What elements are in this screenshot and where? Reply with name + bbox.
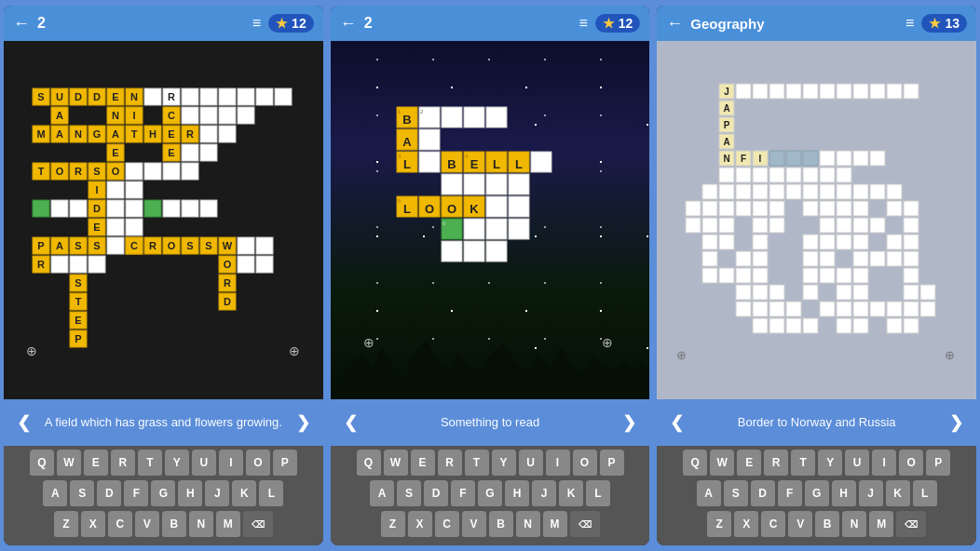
svg-rect-250: [820, 201, 835, 216]
key-P-3[interactable]: P: [926, 450, 950, 477]
key-Y-3[interactable]: Y: [818, 450, 842, 477]
key-L-1[interactable]: L: [259, 480, 283, 508]
key-C-2[interactable]: C: [435, 511, 459, 539]
back-button-2[interactable]: ←: [340, 14, 357, 34]
key-Z-2[interactable]: Z: [381, 511, 405, 539]
key-H-1[interactable]: H: [178, 480, 202, 508]
crossword-grid-1[interactable]: S U D D E N: [19, 74, 307, 367]
key-V-2[interactable]: V: [462, 511, 486, 539]
key-F-2[interactable]: F: [451, 480, 475, 508]
menu-icon-3[interactable]: ≡: [905, 15, 914, 32]
key-S-2[interactable]: S: [397, 480, 421, 508]
key-C-3[interactable]: C: [761, 511, 785, 539]
key-R-3[interactable]: R: [764, 450, 788, 477]
clue-next-1[interactable]: ❯: [291, 409, 316, 437]
key-B-3[interactable]: B: [815, 511, 839, 539]
key-W-1[interactable]: W: [57, 450, 81, 477]
key-Y-1[interactable]: Y: [165, 450, 189, 477]
key-N-3[interactable]: N: [842, 511, 866, 539]
key-T-3[interactable]: T: [791, 450, 815, 477]
crossword-grid-2[interactable]: 1 B 2 A 3 L B: [360, 88, 620, 353]
key-J-2[interactable]: J: [532, 480, 556, 508]
key-F-3[interactable]: F: [778, 480, 802, 508]
key-T-1[interactable]: T: [138, 450, 162, 477]
key-E-3[interactable]: E: [737, 450, 761, 477]
key-U-3[interactable]: U: [845, 450, 869, 477]
key-C-1[interactable]: C: [108, 511, 132, 539]
key-P-1[interactable]: P: [273, 450, 297, 477]
key-M-1[interactable]: M: [216, 511, 240, 539]
menu-icon-2[interactable]: ≡: [578, 15, 587, 32]
key-A-3[interactable]: A: [697, 480, 721, 508]
key-D-2[interactable]: D: [424, 480, 448, 508]
clue-prev-3[interactable]: ❮: [664, 409, 689, 437]
grid-area-3: J A P: [657, 41, 976, 399]
key-O-2[interactable]: O: [573, 450, 597, 477]
key-A-1[interactable]: A: [43, 480, 67, 508]
key-I-2[interactable]: I: [546, 450, 570, 477]
key-V-1[interactable]: V: [135, 511, 159, 539]
key-E-2[interactable]: E: [411, 450, 435, 477]
key-W-2[interactable]: W: [384, 450, 408, 477]
key-R-1[interactable]: R: [111, 450, 135, 477]
key-H-2[interactable]: H: [505, 480, 529, 508]
key-X-2[interactable]: X: [408, 511, 432, 539]
key-Z-3[interactable]: Z: [707, 511, 731, 539]
crossword-grid-3[interactable]: J A P: [673, 74, 961, 367]
key-U-2[interactable]: U: [519, 450, 543, 477]
key-Q-2[interactable]: Q: [357, 450, 381, 477]
key-K-2[interactable]: K: [559, 480, 583, 508]
key-L-2[interactable]: L: [586, 480, 610, 508]
key-M-3[interactable]: M: [869, 511, 893, 539]
key-P-2[interactable]: P: [600, 450, 624, 477]
key-G-3[interactable]: G: [805, 480, 829, 508]
key-G-2[interactable]: G: [478, 480, 502, 508]
key-R-2[interactable]: R: [438, 450, 462, 477]
menu-icon-1[interactable]: ≡: [252, 15, 261, 32]
key-S-1[interactable]: S: [70, 480, 94, 508]
key-backspace-3[interactable]: ⌫: [896, 511, 926, 539]
key-B-1[interactable]: B: [162, 511, 186, 539]
key-Y-2[interactable]: Y: [492, 450, 516, 477]
key-A-2[interactable]: A: [370, 480, 394, 508]
clue-prev-2[interactable]: ❮: [338, 409, 363, 437]
key-X-1[interactable]: X: [81, 511, 105, 539]
key-N-1[interactable]: N: [189, 511, 213, 539]
key-O-1[interactable]: O: [246, 450, 270, 477]
key-D-3[interactable]: D: [751, 480, 775, 508]
key-H-3[interactable]: H: [832, 480, 856, 508]
key-S-3[interactable]: S: [724, 480, 748, 508]
key-F-1[interactable]: F: [124, 480, 148, 508]
back-button-1[interactable]: ←: [13, 14, 30, 34]
key-T-2[interactable]: T: [465, 450, 489, 477]
key-Q-1[interactable]: Q: [30, 450, 54, 477]
key-Z-1[interactable]: Z: [54, 511, 78, 539]
key-L-3[interactable]: L: [913, 480, 937, 508]
key-J-3[interactable]: J: [859, 480, 883, 508]
key-Q-3[interactable]: Q: [683, 450, 707, 477]
clue-prev-1[interactable]: ❮: [11, 409, 36, 437]
key-O-3[interactable]: O: [899, 450, 923, 477]
key-backspace-2[interactable]: ⌫: [570, 511, 600, 539]
key-X-3[interactable]: X: [734, 511, 758, 539]
key-J-1[interactable]: J: [205, 480, 229, 508]
back-button-3[interactable]: ←: [666, 14, 683, 34]
key-V-3[interactable]: V: [788, 511, 812, 539]
svg-rect-259: [769, 218, 784, 233]
key-D-1[interactable]: D: [97, 480, 121, 508]
clue-next-2[interactable]: ❯: [617, 409, 642, 437]
key-I-1[interactable]: I: [219, 450, 243, 477]
key-G-1[interactable]: G: [151, 480, 175, 508]
svg-text:⊕: ⊕: [26, 343, 37, 358]
key-I-3[interactable]: I: [872, 450, 896, 477]
key-W-3[interactable]: W: [710, 450, 734, 477]
key-M-2[interactable]: M: [543, 511, 567, 539]
key-U-1[interactable]: U: [192, 450, 216, 477]
key-K-1[interactable]: K: [232, 480, 256, 508]
key-B-2[interactable]: B: [489, 511, 513, 539]
key-N-2[interactable]: N: [516, 511, 540, 539]
key-E-1[interactable]: E: [84, 450, 108, 477]
key-backspace-1[interactable]: ⌫: [243, 511, 273, 539]
key-K-3[interactable]: K: [886, 480, 910, 508]
clue-next-3[interactable]: ❯: [944, 409, 969, 437]
